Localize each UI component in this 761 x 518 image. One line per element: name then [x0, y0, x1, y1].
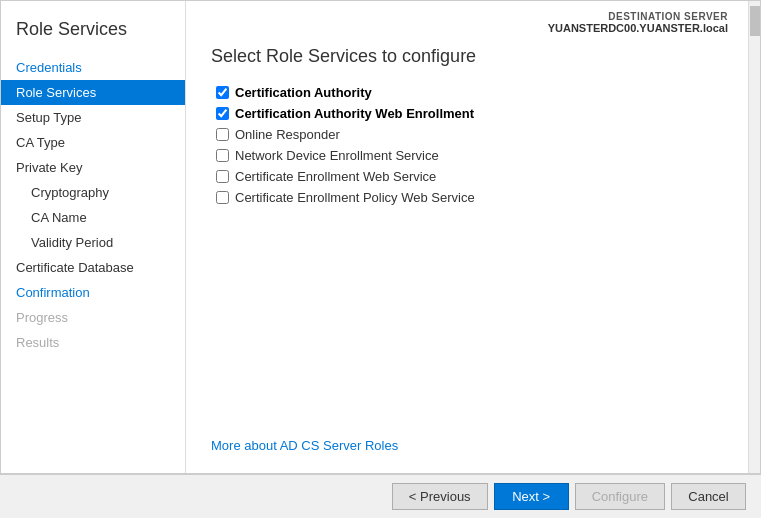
list-item-network-device: Network Device Enrollment Service [216, 148, 723, 163]
list-item-cert-enrollment-policy: Certificate Enrollment Policy Web Servic… [216, 190, 723, 205]
destination-server-label: DESTINATION SERVER [548, 11, 728, 22]
previous-button[interactable]: < Previous [392, 483, 488, 510]
sidebar-item-progress: Progress [1, 305, 185, 330]
role-service-label-cert-enrollment-policy: Certificate Enrollment Policy Web Servic… [235, 190, 475, 205]
role-service-label-cert-authority-web: Certification Authority Web Enrollment [235, 106, 474, 121]
sidebar: Role Services CredentialsRole ServicesSe… [1, 1, 186, 473]
next-button[interactable]: Next > [494, 483, 569, 510]
destination-server: DESTINATION SERVER YUANSTERDC00.YUANSTER… [548, 11, 728, 34]
scrollbar-thumb[interactable] [750, 6, 760, 36]
page-title: Select Role Services to configure [211, 46, 723, 67]
sidebar-item-cryptography[interactable]: Cryptography [1, 180, 185, 205]
checkbox-cert-authority-web[interactable] [216, 107, 229, 120]
list-item-cert-authority-web: Certification Authority Web Enrollment [216, 106, 723, 121]
sidebar-item-confirmation[interactable]: Confirmation [1, 280, 185, 305]
list-item-cert-authority: Certification Authority [216, 85, 723, 100]
role-service-label-cert-enrollment-web: Certificate Enrollment Web Service [235, 169, 436, 184]
sidebar-item-setup-type[interactable]: Setup Type [1, 105, 185, 130]
footer: < Previous Next > Configure Cancel [0, 474, 761, 518]
sidebar-item-results: Results [1, 330, 185, 355]
checkbox-network-device[interactable] [216, 149, 229, 162]
sidebar-item-certificate-database[interactable]: Certificate Database [1, 255, 185, 280]
cancel-button[interactable]: Cancel [671, 483, 746, 510]
list-item-cert-enrollment-web: Certificate Enrollment Web Service [216, 169, 723, 184]
scrollbar-track[interactable] [748, 1, 760, 473]
more-about-link[interactable]: More about AD CS Server Roles [211, 428, 723, 453]
sidebar-item-credentials[interactable]: Credentials [1, 55, 185, 80]
sidebar-item-role-services[interactable]: Role Services [1, 80, 185, 105]
content-area: DESTINATION SERVER YUANSTERDC00.YUANSTER… [186, 1, 748, 473]
checkbox-cert-enrollment-policy[interactable] [216, 191, 229, 204]
sidebar-item-ca-name[interactable]: CA Name [1, 205, 185, 230]
destination-server-value: YUANSTERDC00.YUANSTER.local [548, 22, 728, 34]
checkbox-online-responder[interactable] [216, 128, 229, 141]
role-service-label-network-device: Network Device Enrollment Service [235, 148, 439, 163]
list-item-online-responder: Online Responder [216, 127, 723, 142]
sidebar-item-private-key[interactable]: Private Key [1, 155, 185, 180]
checkbox-cert-enrollment-web[interactable] [216, 170, 229, 183]
sidebar-item-validity-period[interactable]: Validity Period [1, 230, 185, 255]
checkbox-cert-authority[interactable] [216, 86, 229, 99]
role-service-label-online-responder: Online Responder [235, 127, 340, 142]
role-service-label-cert-authority: Certification Authority [235, 85, 372, 100]
sidebar-title: Role Services [1, 11, 185, 55]
configure-button[interactable]: Configure [575, 483, 665, 510]
role-services-list: Certification AuthorityCertification Aut… [216, 85, 723, 211]
sidebar-item-ca-type[interactable]: CA Type [1, 130, 185, 155]
